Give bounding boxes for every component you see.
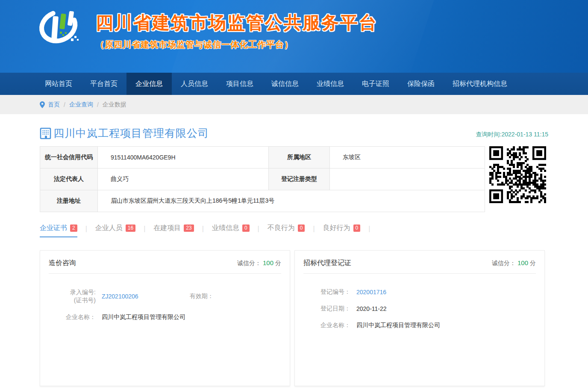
info-value-registered-address: 眉山市东坡区眉州大道东三段天天向上186号5幢1单元11层3号 — [98, 190, 485, 212]
tab-performance-info[interactable]: 业绩信息 0 — [212, 224, 250, 237]
info-label-region: 所属地区 — [269, 147, 330, 168]
credit-score: 诚信分：100分 — [492, 259, 536, 267]
table-row: 注册地址 眉山市东坡区眉州大道东三段天天向上186号5幢1单元11层3号 — [40, 190, 485, 212]
tab-separator: | — [313, 225, 315, 236]
breadcrumb-separator: / — [64, 101, 65, 108]
breadcrumb: 首页 / 企业查询 / 企业数据 — [0, 95, 588, 114]
count-badge: 0 — [353, 225, 361, 232]
count-badge: 23 — [184, 225, 194, 232]
location-pin-icon — [40, 101, 45, 108]
certificate-number-link[interactable]: ZJ202100206 — [102, 293, 138, 300]
tab-enterprise-certificates[interactable]: 企业证书 2 — [40, 224, 77, 237]
credit-score-value: 100 — [517, 259, 528, 266]
tab-label: 企业证书 — [40, 224, 67, 233]
card-title: 招标代理登记证 — [303, 259, 351, 268]
nav-item-performance-info[interactable]: 业绩信息 — [308, 73, 353, 95]
tab-enterprise-personnel[interactable]: 企业人员 16 — [95, 224, 135, 237]
table-row: 统一社会信用代码 91511400MA6420GE9H 所属地区 东坡区 — [40, 147, 485, 168]
credit-score-unit: 分 — [275, 260, 281, 266]
field-label-entry-number: 录入编号: (证书号) — [49, 288, 96, 304]
info-value-legal-rep: 曲义巧 — [98, 168, 269, 190]
tab-separator: | — [258, 225, 259, 236]
nav-item-insurance-guarantee[interactable]: 保险保函 — [398, 73, 444, 95]
tab-separator: | — [85, 225, 87, 236]
nav-item-project-info[interactable]: 项目信息 — [217, 73, 262, 95]
logo-swirl-icon — [38, 5, 82, 51]
info-value-credit-code: 91511400MA6420GE9H — [98, 147, 269, 168]
field-label-company-name: 企业名称： — [303, 322, 350, 329]
tab-label: 在建项目 — [153, 224, 181, 233]
breadcrumb-enterprise-search[interactable]: 企业查询 — [69, 101, 93, 109]
tab-bad-behavior[interactable]: 不良行为 0 — [268, 224, 305, 237]
tab-label: 企业人员 — [95, 224, 123, 233]
info-value-region: 东坡区 — [330, 147, 485, 168]
company-info-table: 统一社会信用代码 91511400MA6420GE9H 所属地区 东坡区 法定代… — [40, 146, 485, 212]
breadcrumb-separator: / — [97, 101, 99, 108]
site-header: 四川省建筑市场监管公共服务平台 （原四川省建筑市场监管与诚信一体化工作平台） — [0, 0, 588, 73]
tab-good-behavior[interactable]: 良好行为 0 — [323, 224, 361, 237]
nav-item-bidding-agency-info[interactable]: 招标代理机构信息 — [444, 73, 516, 95]
tab-separator: | — [202, 225, 204, 236]
credit-score-unit: 分 — [530, 260, 536, 266]
qr-code — [489, 146, 546, 203]
page-title-company-name: 四川中岚工程项目管理有限公司 — [53, 126, 209, 140]
company-header: 四川中岚工程项目管理有限公司 查询时间:2022-01-13 11:15 — [40, 126, 548, 140]
nav-item-platform-home[interactable]: 平台首页 — [81, 73, 126, 95]
field-value-company-name: 四川中岚工程项目管理有限公司 — [356, 322, 440, 329]
site-title-block: 四川省建筑市场监管公共服务平台 （原四川省建筑市场监管与诚信一体化工作平台） — [96, 11, 378, 50]
certificate-cards: 造价咨询 诚信分：100分 录入编号: (证书号) ZJ202100206 有效… — [40, 250, 548, 386]
site-subtitle: （原四川省建筑市场监管与诚信一体化工作平台） — [96, 39, 378, 50]
qr-code-box — [489, 146, 548, 203]
table-row: 法定代表人 曲义巧 登记注册类型 — [40, 168, 485, 190]
info-label-registered-address: 注册地址 — [40, 190, 98, 212]
nav-item-site-home[interactable]: 网站首页 — [36, 73, 81, 95]
credit-score-label: 诚信分： — [492, 260, 516, 266]
tab-label: 不良行为 — [268, 224, 295, 233]
tab-separator: | — [368, 225, 370, 236]
credit-score-value: 100 — [263, 259, 273, 266]
info-label-registration-type: 登记注册类型 — [269, 168, 330, 190]
nav-item-credit-info[interactable]: 诚信信息 — [262, 73, 308, 95]
detail-tabs: 企业证书 2 | 企业人员 16 | 在建项目 23 | 业绩信息 0 | 不良… — [40, 224, 548, 237]
nav-item-personnel-info[interactable]: 人员信息 — [172, 73, 217, 95]
site-title: 四川省建筑市场监管公共服务平台 — [96, 11, 378, 35]
building-icon — [40, 127, 52, 139]
credit-score-label: 诚信分： — [237, 260, 261, 266]
main-nav: 网站首页 平台首页 企业信息 人员信息 项目信息 诚信信息 业绩信息 电子证照 … — [0, 73, 588, 95]
field-label-validity: 有效期： — [190, 292, 214, 300]
count-badge: 0 — [298, 225, 305, 232]
certificate-card-bidding-agency: 招标代理登记证 诚信分：100分 登记编号： 202001716 登记日期： 2… — [294, 250, 545, 386]
field-label-registration-number: 登记编号： — [303, 288, 350, 296]
registration-number-link[interactable]: 202001716 — [356, 289, 386, 295]
site-logo[interactable] — [38, 5, 82, 51]
info-value-registration-type — [330, 168, 485, 190]
tab-projects-in-progress[interactable]: 在建项目 23 — [153, 224, 194, 237]
field-value-company-name: 四川中岚工程项目管理有限公司 — [102, 313, 185, 321]
nav-item-e-certificate[interactable]: 电子证照 — [353, 73, 398, 95]
nav-item-enterprise-info[interactable]: 企业信息 — [126, 73, 172, 95]
tab-label: 良好行为 — [323, 224, 350, 233]
tab-separator: | — [144, 225, 145, 236]
tab-label: 业绩信息 — [212, 224, 239, 233]
credit-score: 诚信分：100分 — [237, 259, 281, 267]
card-title: 造价咨询 — [49, 259, 76, 268]
query-time: 查询时间:2022-01-13 11:15 — [476, 131, 548, 140]
count-badge: 0 — [242, 225, 250, 232]
field-label-registration-date: 登记日期： — [303, 305, 350, 313]
certificate-card-cost-consulting: 造价咨询 诚信分：100分 录入编号: (证书号) ZJ202100206 有效… — [40, 250, 290, 386]
count-badge: 2 — [70, 225, 77, 232]
info-label-credit-code: 统一社会信用代码 — [40, 147, 98, 168]
breadcrumb-home[interactable]: 首页 — [48, 101, 60, 109]
info-label-legal-rep: 法定代表人 — [40, 168, 98, 190]
breadcrumb-current-page: 企业数据 — [103, 101, 126, 109]
company-info-section: 统一社会信用代码 91511400MA6420GE9H 所属地区 东坡区 法定代… — [40, 146, 548, 212]
count-badge: 16 — [126, 225, 135, 232]
field-value-registration-date: 2020-11-22 — [356, 305, 387, 312]
field-label-company-name: 企业名称： — [49, 313, 96, 321]
